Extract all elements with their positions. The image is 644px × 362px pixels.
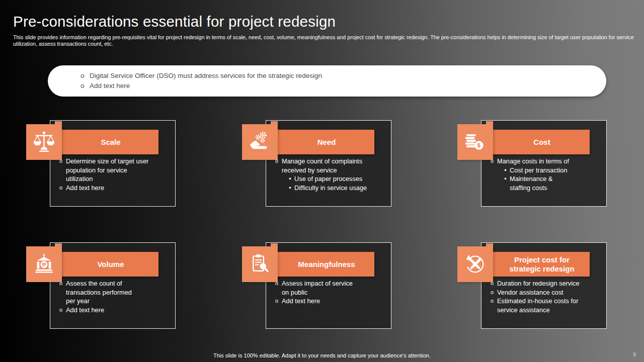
bullet-text: Manage count of complaints received by s… xyxy=(282,157,362,174)
card-title: Need xyxy=(317,138,336,147)
crossed-pencils-icon xyxy=(457,246,493,282)
bullet-text: Add text here xyxy=(282,297,320,306)
bank-icon: $ xyxy=(26,246,62,282)
circle-bullet-marker: o xyxy=(272,297,282,306)
circle-bullet-marker: o xyxy=(56,184,66,193)
circle-bullet-marker: o xyxy=(272,157,282,175)
card-volume: Volume $ o Assess the count of transacti… xyxy=(50,242,176,329)
circle-bullet-marker: o xyxy=(487,157,497,166)
bullet-text: Determine size of target user population… xyxy=(66,157,148,184)
list-item: o Manage count of complaints received by… xyxy=(272,157,389,174)
hand-gears-icon xyxy=(242,124,278,160)
dot-bullet-marker: • xyxy=(286,174,294,184)
svg-text:$: $ xyxy=(477,142,481,148)
list-item: • Cost per transaction xyxy=(487,166,605,175)
list-item: • Difficulty in service usage xyxy=(272,184,389,193)
card-title: Cost xyxy=(533,138,550,147)
card-header-bar: Project cost for strategic redesign xyxy=(481,252,590,277)
card-header-bar: Need xyxy=(266,130,374,154)
list-item: o Manage costs in terms of xyxy=(487,157,605,166)
list-item: • Maintenance & staffing costs xyxy=(487,174,605,192)
bullet-text: Maintenance & staffing costs xyxy=(510,174,552,192)
bullet-text: Cost per transaction xyxy=(510,166,568,175)
list-item: o Assess impact of service on public xyxy=(272,279,389,297)
card-bullet-list: o Assess the count of transactions perfo… xyxy=(56,279,174,314)
list-item: o Add text here xyxy=(56,306,174,315)
card-header-bar: Scale xyxy=(50,130,158,154)
coins-stack-icon: $ xyxy=(457,124,493,160)
bullet-text: Manage costs in terms of xyxy=(497,157,569,166)
clipboard-search-icon xyxy=(242,246,278,282)
slide-canvas: Pre-considerations essential for project… xyxy=(0,0,644,362)
banner-item-text: Add text here xyxy=(90,81,130,91)
circle-bullet-marker: o xyxy=(487,280,497,289)
list-item: o Estimated in-house costs for service a… xyxy=(487,297,605,314)
slide-subtitle: This slide provides information regardin… xyxy=(13,34,636,47)
intro-banner-list: o Digital Service Officer (DSO) must add… xyxy=(48,65,606,90)
bullet-text: Estimated in-house costs for service ass… xyxy=(497,297,578,314)
bullet-text: Assess the count of transactions perform… xyxy=(66,279,132,306)
card-header-bar: Meaningfulness xyxy=(266,252,374,277)
banner-item-text: Digital Service Officer (DSO) must addre… xyxy=(90,71,322,81)
list-item: o Determine size of target user populati… xyxy=(56,157,174,184)
bullet-text: Assess impact of service on public xyxy=(282,279,353,297)
page-number: 9 xyxy=(633,351,636,357)
bullet-text: Use of paper processes xyxy=(294,174,362,184)
card-header-bar: Volume xyxy=(50,252,158,277)
circle-bullet-marker: o xyxy=(272,280,282,297)
bullet-text: Add text here xyxy=(66,306,104,315)
circle-bullet-marker: o xyxy=(80,81,90,91)
list-item: o Add text here xyxy=(272,297,389,306)
svg-text:$: $ xyxy=(43,253,45,257)
footer-note: This slide is 100% editable. Adapt it to… xyxy=(0,352,644,358)
card-title: Meaningfulness xyxy=(298,260,355,269)
bullet-text: Add text here xyxy=(66,184,104,193)
card-bullet-list: o Manage count of complaints received by… xyxy=(272,157,389,192)
card-title: Scale xyxy=(101,138,120,147)
card-cost: Cost $ o Manage costs in terms of • Cost… xyxy=(481,120,607,207)
circle-bullet-marker: o xyxy=(56,280,66,306)
list-item: o Add text here xyxy=(80,81,606,91)
card-bullet-list: o Assess impact of service on public o A… xyxy=(272,279,389,306)
dot-bullet-marker: • xyxy=(501,174,510,192)
list-item: o Assess the count of transactions perfo… xyxy=(56,279,174,306)
card-bullet-list: o Determine size of target user populati… xyxy=(56,157,174,192)
dot-bullet-marker: • xyxy=(286,184,294,193)
balance-scale-icon xyxy=(26,124,62,160)
intro-banner: o Digital Service Officer (DSO) must add… xyxy=(48,65,606,97)
circle-bullet-marker: o xyxy=(56,306,66,315)
bullet-text: Duration for redesign service xyxy=(497,279,580,288)
card-need: Need o Manage count of complaints receiv… xyxy=(266,120,391,207)
circle-bullet-marker: o xyxy=(80,71,90,81)
circle-bullet-marker: o xyxy=(487,297,497,315)
card-title: Volume xyxy=(97,260,124,269)
card-header-bar: Cost xyxy=(481,130,590,154)
card-bullet-list: o Duration for redesign service o Vendor… xyxy=(487,279,605,314)
list-item: o Add text here xyxy=(56,184,174,193)
bullet-text: Vendor assistance cost xyxy=(497,288,564,297)
card-title: Project cost for strategic redesign xyxy=(504,255,580,274)
list-item: o Duration for redesign service xyxy=(487,279,605,288)
card-bullet-list: o Manage costs in terms of • Cost per tr… xyxy=(487,157,605,192)
dot-bullet-marker: • xyxy=(501,166,510,175)
page-title: Pre-considerations essential for project… xyxy=(13,13,336,30)
bullet-text: Difficulty in service usage xyxy=(294,184,367,193)
circle-bullet-marker: o xyxy=(56,157,66,184)
card-project-cost: Project cost for strategic redesign o Du… xyxy=(481,242,607,329)
card-scale: Scale o Determine size of target user po… xyxy=(50,120,176,207)
list-item: o Vendor assistance cost xyxy=(487,288,605,297)
card-meaningfulness: Meaningfulness o Assess impact of servic… xyxy=(266,242,391,329)
list-item: o Digital Service Officer (DSO) must add… xyxy=(80,71,606,81)
list-item: • Use of paper processes xyxy=(272,174,389,184)
circle-bullet-marker: o xyxy=(487,289,497,298)
